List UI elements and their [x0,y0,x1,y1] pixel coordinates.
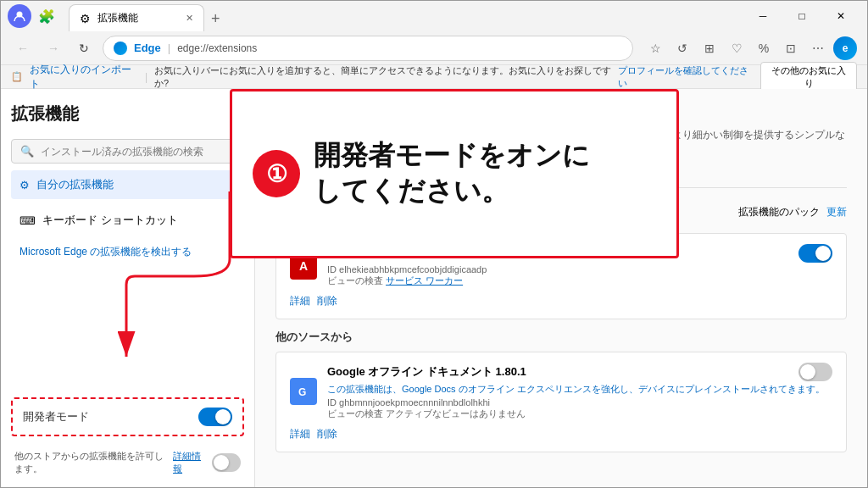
tab-favicon: ⚙ [80,12,91,25]
sidebar-title: 拡張機能 [11,103,244,125]
svg-text:G: G [298,386,306,398]
toolbar-icons: ☆ ↺ ⊞ ♡ % ⊡ ⋯ e [643,36,857,60]
addressbar: ← → ↻ Edge | edge://extensions ☆ ↺ ⊞ ♡ %… [1,31,867,65]
tab-title: 拡張機能 [97,11,138,25]
ext-acrobat-id: ID elhekieabhbkpmcefcoobjddigicaadp [327,264,832,274]
fav-icon-bar: 📋 [11,71,23,82]
profile-check-link[interactable]: プロフィールを確認してください [618,64,754,90]
annotation-arrow [126,191,236,369]
edge-logo-button[interactable]: e [833,36,857,60]
url-text: edge://extensions [177,42,257,54]
ext-acrobat-detail-link[interactable]: 詳細 [290,294,310,308]
favorites-bar: 📋 お気に入りのインポート | お気に入りバーにお気に入りを追加すると、簡単にア… [1,65,867,89]
annotation-text: 開発者モードをオンに してください。 [314,138,590,208]
ext-google-name: Google オフライン ドキュメント 1.80.1 [327,364,526,380]
dev-mode-box: 開発者モード [11,397,244,436]
ext-acrobat-remove-link[interactable]: 削除 [317,294,337,308]
url-bar[interactable]: Edge | edge://extensions [103,36,633,61]
minimize-button[interactable]: ─ [743,3,782,30]
ext-acrobat-links: 詳細 削除 [290,294,832,308]
tab-extensions[interactable]: ⚙ 拡張機能 ✕ [69,4,204,31]
titlebar-left: 🧩 [8,4,58,28]
search-icon: 🔍 [20,145,34,158]
translate-button[interactable]: % [752,36,776,60]
new-tab-button[interactable]: + [204,7,227,31]
favbar-separator: | [145,71,147,83]
ext-acrobat-view: ビューの検査 サービス ワーカー [327,274,832,287]
service-worker-link[interactable]: サービス ワーカー [386,275,463,286]
collections-button[interactable]: ↺ [670,36,694,60]
ext-google-warn: この拡張機能は、Google Docs のオフライン エクスペリエンスを強化し、… [327,383,832,396]
forward-button[interactable]: → [42,36,65,60]
restore-button[interactable]: □ [782,3,821,30]
ext-google-links: 詳細 削除 [290,427,832,441]
edge-label: Edge [134,42,161,54]
profile-avatar[interactable] [8,4,31,28]
screenshot-button[interactable]: ⊡ [779,36,803,60]
ext-google-remove-link[interactable]: 削除 [317,427,337,441]
titlebar: 🧩 ⚙ 拡張機能 ✕ + ─ □ ✕ [1,1,867,31]
fav-button[interactable]: ☆ [643,36,667,60]
search-box[interactable]: 🔍 [11,139,244,164]
extension-item-google-docs: G Google オフライン ドキュメント 1.80.1 この拡張機能は、Goo… [275,352,847,452]
url-separator: | [168,42,170,54]
annotation-overlay: ① 開発者モードをオンに してください。 [230,89,679,258]
other-store-label: 他のストアからの拡張機能を許可します。 [14,450,166,475]
keyboard-icon: ⌨ [19,214,36,227]
update-button[interactable]: 更新 [826,205,847,219]
favbar-info: お気に入りバーにお気に入りを追加すると、簡単にアクセスできるようになります。お気… [154,64,611,90]
search-input[interactable] [41,146,235,158]
other-store-section: 他のストアからの拡張機能を許可します。 詳細情報 [11,446,244,475]
other-favorites-button[interactable]: その他のお気に入り [760,62,857,92]
dev-mode-toggle[interactable] [198,408,232,426]
close-button[interactable]: ✕ [821,3,860,30]
ext-google-id: ID ghbmnnjooekpmoecnnnilnnbdlolhkhi [327,397,832,408]
sidebar-item-my-extensions-label: 自分の拡張機能 [36,177,114,192]
edge-favicon [114,42,127,55]
refresh-button[interactable]: ↻ [72,36,96,60]
extensions-icon: 🧩 [35,4,58,28]
annotation-line1: 開発者モードをオンに [314,138,590,174]
dev-mode-label: 開発者モード [23,409,89,424]
ext-acrobat-toggle[interactable] [798,244,832,263]
ext2-item-header: G Google オフライン ドキュメント 1.80.1 この拡張機能は、Goo… [290,363,832,420]
more-button[interactable]: ⋯ [806,36,830,60]
window-controls: ─ □ ✕ [743,3,860,30]
annotation-line2: してください。 [314,174,590,209]
tab-area: ⚙ 拡張機能 ✕ + [69,1,740,31]
detail-link[interactable]: 詳細情報 [173,450,205,475]
pack-label: 拡張機能のパック [738,205,820,219]
sidebar-button[interactable]: ⊞ [698,36,721,60]
other-store-toggle[interactable] [212,453,241,472]
ext-google-detail-link[interactable]: 詳細 [290,427,310,441]
ext-google-toggle[interactable] [798,363,832,381]
ext-google-icon: G [290,378,317,405]
tab-close-button[interactable]: ✕ [186,13,193,24]
extensions-settings-icon: ⚙ [19,179,30,191]
annotation-number: ① [253,150,300,197]
import-favorites-link[interactable]: お気に入りのインポート [30,63,138,92]
reading-button[interactable]: ♡ [725,36,748,60]
ext2-meta: Google オフライン ドキュメント 1.80.1 この拡張機能は、Googl… [327,363,832,420]
back-button[interactable]: ← [11,36,35,60]
section-other-label: 他のソースから [275,330,847,345]
browser-window: 🧩 ⚙ 拡張機能 ✕ + ─ □ ✕ ← → ↻ Edge | edge://e… [0,0,868,488]
ext-google-view: ビューの検査 アクティブなビューはありません [327,408,832,420]
